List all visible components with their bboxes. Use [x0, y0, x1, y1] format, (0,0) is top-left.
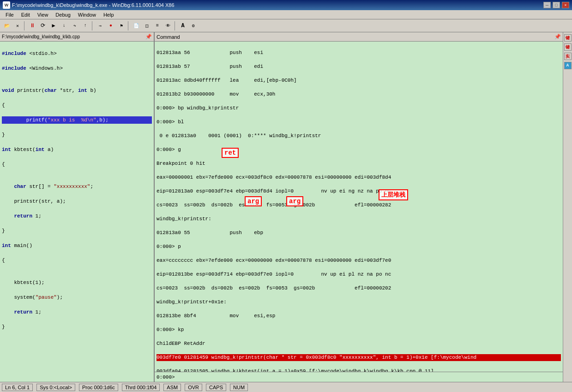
cmd-l12: cs=0023 ss=002b ds=002b es=002b fs=0053 …	[157, 202, 561, 209]
menu-bar: File Edit View Debug Window Help	[0, 10, 572, 19]
command-panel: Command 📌 012813aa 56 push esi 012813ab …	[155, 32, 563, 382]
source-panel: F:\mycode\windbg_k\windbg_k\kb.cpp 📌 #in…	[0, 32, 155, 382]
src-line-20: return 1;	[2, 308, 152, 316]
source-title: F:\mycode\windbg_k\windbg_k\kb.cpp	[2, 34, 80, 39]
tb-regs[interactable]: ≡	[152, 21, 163, 31]
upper-stack-annotation: 上层堆栈	[379, 189, 408, 200]
src-line-4: void printstr(char *str, int b)	[2, 87, 152, 94]
input-bar: 0:000>	[155, 372, 563, 382]
cmd-l7: 0 e 012813a0 0001 (0001) 0:**** windbg_k…	[157, 133, 561, 139]
source-pin[interactable]: 📌	[145, 34, 152, 40]
src-line-13: return 1;	[2, 212, 152, 220]
cmd-l3: 012813ac 8dbd40ffffff lea edi,[ebp-0C0h]	[157, 77, 561, 84]
cmd-l23-highlight: 003df7e0 01281459 windbg_k!printstr(char…	[157, 354, 561, 361]
cmd-l4: 012813b2 b930000000 mov ecx,30h	[157, 91, 561, 98]
tb-break[interactable]: ⏸	[27, 21, 37, 31]
menu-file[interactable]: File	[2, 11, 18, 18]
src-line-7: }	[2, 131, 152, 139]
status-ovr: OVR	[185, 384, 202, 391]
status-bar: Ln 6, Col 1 Sys 0:<Local> Proc 000:1d6c …	[0, 382, 572, 392]
tb-font[interactable]: A	[178, 21, 188, 31]
arg2-annotation: arg	[286, 196, 303, 206]
tb-sep3	[128, 21, 130, 30]
arg1-annotation: arg	[245, 196, 262, 206]
cmd-l14: 012813a0 55 push ebp	[157, 229, 561, 236]
status-ln: Ln 6, Col 1	[2, 384, 33, 391]
tb-restart[interactable]: ⟳	[38, 21, 48, 31]
tb-options[interactable]: ⚙	[188, 21, 199, 31]
command-content[interactable]: 012813aa 56 push esi 012813ab 57 push ed…	[155, 42, 563, 372]
src-line-11: char str[] = "xxxxxxxxxx";	[2, 183, 152, 190]
sidebar-btn-4[interactable]: A	[564, 62, 572, 69]
src-line-6: printf("xxx b is %d\n",b);	[2, 116, 152, 124]
src-line-21: }	[2, 323, 152, 331]
tb-over[interactable]: ↷	[70, 21, 80, 31]
tb-open[interactable]: 📂	[2, 21, 12, 31]
src-line-9: {	[2, 161, 152, 168]
src-line-12: printstr(str, a);	[2, 198, 152, 205]
tb-bp[interactable]: ●	[106, 21, 116, 31]
cmd-l15: 0:000> p	[157, 243, 561, 250]
tb-sep1	[24, 21, 26, 30]
source-content[interactable]: #include <stdio.h> #include <Windows.h> …	[0, 42, 154, 382]
menu-help[interactable]: Help	[100, 11, 118, 18]
cmd-l8: 0:000> g	[157, 146, 561, 153]
tb-step[interactable]: ↓	[59, 21, 69, 31]
src-line-15: int main()	[2, 242, 152, 249]
app-icon: W	[3, 1, 10, 9]
main-area: F:\mycode\windbg_k\windbg_k\kb.cpp 📌 #in…	[0, 32, 572, 382]
tb-bp-list[interactable]: ⚑	[116, 21, 126, 31]
status-caps: CAPS	[206, 384, 226, 391]
tb-watch[interactable]: 👁	[163, 21, 173, 31]
tb-sep4	[175, 21, 176, 30]
title-bar: W F:\mycode\windbg_k\Debug\windbg_k.exe …	[0, 0, 572, 10]
cmd-l24: 003dfa04 01281505 windbg_k!kbtest(int a …	[157, 368, 561, 372]
command-title: Command	[157, 34, 180, 40]
tb-out[interactable]: ↑	[80, 21, 90, 31]
tb-run-cursor[interactable]: ⇒	[95, 21, 105, 31]
status-asm: ASM	[163, 384, 181, 391]
status-num: NUM	[230, 384, 248, 391]
cmd-l1: 012813aa 56 push esi	[157, 49, 561, 56]
maximize-button[interactable]: □	[553, 2, 560, 8]
sidebar-btn-1[interactable]: 键	[564, 34, 572, 42]
cmd-input[interactable]	[177, 374, 561, 380]
status-sys: Sys 0:<Local>	[36, 384, 75, 391]
src-line-14: }	[2, 227, 152, 235]
command-pin[interactable]: 📌	[554, 34, 561, 40]
src-line-18: kbtest(1);	[2, 279, 152, 286]
menu-edit[interactable]: Edit	[18, 11, 34, 18]
tb-sep2	[92, 21, 94, 30]
tb-mem[interactable]: ◫	[142, 21, 152, 31]
menu-view[interactable]: View	[34, 11, 52, 18]
toolbar: 📂 ✕ ⏸ ⟳ ▶ ↓ ↷ ↑ ⇒ ● ⚑ 📄 ◫ ≡ 👁 A ⚙	[0, 19, 572, 32]
src-line-8: int kbtest(int a)	[2, 146, 152, 153]
src-line-5: {	[2, 102, 152, 109]
cmd-l13: windbg_k!printstr:	[157, 216, 561, 223]
cmd-l17: eip=012813be esp=003df714 ebp=003df7e0 i…	[157, 271, 561, 278]
cmd-l22: ChildEBP RetAddr	[157, 340, 561, 347]
src-line-1: #include <stdio.h>	[2, 50, 152, 57]
close-button[interactable]: ×	[562, 2, 569, 8]
cmd-prompt: 0:000>	[157, 374, 175, 380]
src-line-19: system("pause");	[2, 294, 152, 301]
sidebar-btn-2[interactable]: 键	[564, 43, 572, 51]
tb-src[interactable]: 📄	[131, 21, 141, 31]
cmd-l5: 0:000> bp windbg_k!printstr	[157, 105, 561, 112]
source-header: F:\mycode\windbg_k\windbg_k\kb.cpp 📌	[0, 32, 154, 42]
tb-close[interactable]: ✕	[12, 21, 23, 31]
src-line-16: {	[2, 257, 152, 264]
sidebar-btn-3[interactable]: 实	[564, 53, 572, 60]
right-sidebar: 键 键 实 A	[563, 32, 572, 382]
tb-go[interactable]: ▶	[48, 21, 59, 31]
status-proc: Proc 000:1d6c	[79, 384, 118, 391]
cmd-l11: eip=012813a0 esp=003df7e4 ebp=003df8d4 i…	[157, 188, 561, 195]
cmd-l6: 0:000> bl	[157, 119, 561, 126]
minimize-button[interactable]: ─	[543, 2, 551, 8]
window-controls: ─ □ ×	[542, 2, 569, 8]
menu-debug[interactable]: Debug	[52, 11, 74, 18]
cmd-l10: eax=00000001 ebx=7efde000 ecx=003df8c0 e…	[157, 174, 561, 181]
menu-window[interactable]: Window	[74, 11, 100, 18]
cmd-l9: Breakpoint 0 hit	[157, 160, 561, 167]
ret-annotation: ret	[222, 148, 239, 158]
